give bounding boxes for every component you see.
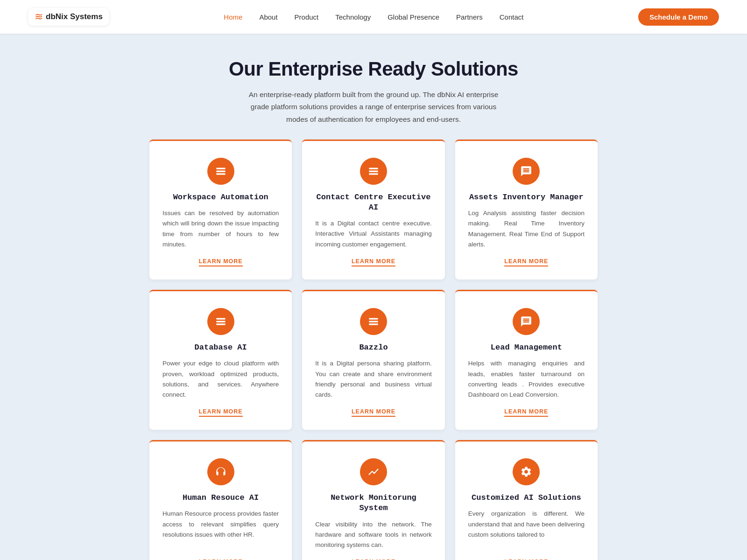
svg-rect-3 [369,168,378,169]
svg-rect-8 [216,324,226,325]
learn-more-link[interactable]: LEARN MORE [504,408,548,417]
card-icon [207,458,234,485]
header: ≋ dbNix Systems Home About Product Techn… [0,0,747,34]
learn-more-link[interactable]: LEARN MORE [352,258,395,266]
card-title: Workspace Automation [173,192,268,203]
svg-rect-2 [216,173,226,175]
card-title: Database AI [195,343,247,353]
card-desc: Clear visibility into the network. The h… [315,519,431,551]
nav-technology[interactable]: Technology [335,13,371,21]
solution-card: Bazzlo It is a Digital persona sharing p… [302,290,444,430]
card-desc: Power your edge to cloud platform with p… [162,358,279,400]
learn-more-link[interactable]: LEARN MORE [504,258,548,266]
svg-rect-0 [216,168,226,169]
card-icon [207,158,234,185]
solution-card: Human Resouce AI Human Resource process … [149,440,292,560]
solutions-grid: Workspace Automation Issues can be resol… [121,140,626,560]
svg-rect-4 [369,170,378,172]
logo-icon: ≋ [35,11,43,23]
learn-more-link[interactable]: LEARN MORE [199,408,243,417]
card-desc: Helps with managing enquiries and leads,… [468,358,585,400]
card-icon [360,158,387,185]
card-title: Customized AI Solutions [472,493,581,503]
card-desc: Issues can be resolved by automation whi… [162,208,279,250]
card-desc: It is a Digital contact centre executive… [315,218,431,250]
svg-rect-6 [216,318,226,320]
card-desc: Every organization is different. We unde… [468,509,585,550]
learn-more-link[interactable]: LEARN MORE [352,408,395,417]
solution-card: Network Monitorung System Clear visibili… [302,440,444,560]
card-title: Network Monitorung System [315,493,431,513]
card-title: Lead Management [491,343,562,353]
schedule-demo-button[interactable]: Schedule a Demo [638,8,719,26]
card-icon [513,458,540,485]
card-icon [360,458,387,485]
hero-subtitle: An enterprise-ready platform built from … [247,89,500,126]
card-desc: Human Resource process provides faster a… [162,509,279,550]
card-title: Bazzlo [359,343,388,353]
nav-contact[interactable]: Contact [500,13,524,21]
card-icon [360,308,387,335]
solution-card: Database AI Power your edge to cloud pla… [149,290,292,430]
solution-card: Contact Centre Executive AI It is a Digi… [302,140,444,280]
nav-partners[interactable]: Partners [456,13,483,21]
card-title: Contact Centre Executive AI [315,192,431,213]
card-title: Human Resouce AI [183,493,259,503]
hero-title: Our Enterprise Ready Solutions [28,58,719,80]
learn-more-link[interactable]: LEARN MORE [199,258,243,266]
solution-card: Customized AI Solutions Every organizati… [455,440,598,560]
solution-card: Assets Inventory Manager Log Analysis as… [455,140,598,280]
card-icon [513,158,540,185]
svg-rect-1 [216,170,226,172]
svg-rect-11 [369,324,378,325]
nav-about[interactable]: About [259,13,277,21]
nav-global-presence[interactable]: Global Presence [388,13,439,21]
svg-rect-10 [369,321,378,322]
hero-section: Our Enterprise Ready Solutions An enterp… [0,34,747,140]
solution-card: Lead Management Helps with managing enqu… [455,290,598,430]
main-nav: Home About Product Technology Global Pre… [224,13,523,21]
card-desc: Log Analysis assisting faster decision m… [468,208,585,250]
svg-rect-9 [369,318,378,320]
svg-rect-5 [369,173,378,175]
solution-card: Workspace Automation Issues can be resol… [149,140,292,280]
nav-product[interactable]: Product [295,13,319,21]
card-icon [207,308,234,335]
logo-text: dbNix Systems [46,12,103,21]
card-desc: It is a Digital persona sharing platform… [315,358,431,400]
svg-rect-7 [216,321,226,322]
card-title: Assets Inventory Manager [469,192,584,203]
logo: ≋ dbNix Systems [28,8,109,26]
nav-home[interactable]: Home [224,13,242,21]
card-icon [513,308,540,335]
